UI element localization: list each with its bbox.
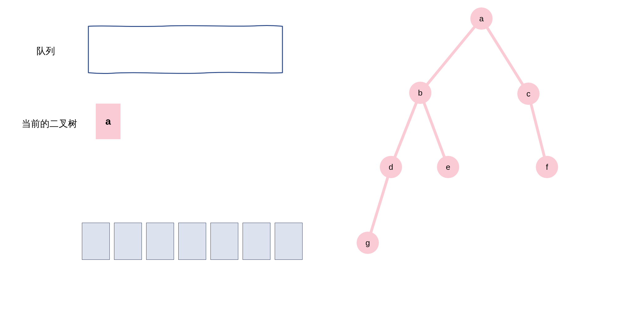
queue-container	[87, 23, 284, 76]
output-slot	[275, 223, 303, 260]
tree-node-a: a	[470, 7, 493, 30]
tree-nodes: abcdefg	[357, 7, 558, 254]
tree-edge	[481, 19, 528, 94]
output-slot	[82, 223, 110, 260]
tree-edge	[528, 94, 547, 167]
tree-edge	[420, 93, 448, 167]
tree-edge	[420, 19, 481, 93]
output-slot	[114, 223, 142, 260]
tree-node-label: d	[389, 162, 393, 172]
queue-border-path	[88, 25, 282, 73]
output-slot	[243, 223, 270, 260]
binary-tree: abcdefg	[324, 0, 618, 330]
tree-node-label: a	[479, 14, 484, 23]
tree-edges	[368, 19, 547, 243]
current-node-block: a	[96, 104, 121, 139]
tree-node-label: b	[418, 88, 422, 97]
diagram-stage: 队列 当前的二叉树 a abcdefg	[0, 0, 644, 330]
tree-node-label: g	[366, 238, 370, 247]
current-node-value: a	[105, 116, 111, 127]
output-slot	[146, 223, 174, 260]
queue-label: 队列	[36, 45, 55, 58]
tree-node-label: c	[527, 89, 531, 98]
tree-node-f: f	[536, 156, 558, 178]
tree-node-label: e	[446, 162, 450, 172]
tree-edge	[391, 93, 420, 167]
tree-node-e: e	[437, 156, 459, 178]
tree-node-g: g	[357, 232, 379, 254]
output-slot	[210, 223, 238, 260]
output-slot	[178, 223, 206, 260]
tree-edge	[368, 167, 391, 243]
tree-node-label: f	[546, 162, 548, 172]
output-slots	[82, 223, 303, 260]
tree-node-d: d	[380, 156, 402, 178]
current-tree-label: 当前的二叉树	[22, 118, 77, 130]
tree-node-b: b	[409, 82, 431, 104]
tree-node-c: c	[517, 83, 540, 105]
